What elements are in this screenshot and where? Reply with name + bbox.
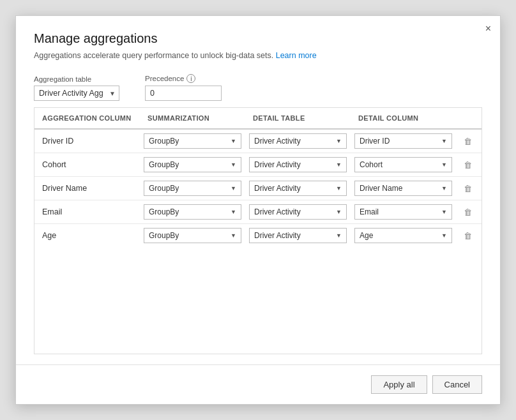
col-header-agg-column: AGGREGATION COLUMN <box>34 108 140 128</box>
delete-row-button[interactable]: 🗑 <box>462 159 473 171</box>
agg-col-cell: Age <box>34 225 140 246</box>
delete-cell: 🗑 <box>456 131 479 151</box>
col-header-detail-table: DETAIL TABLE <box>245 108 351 128</box>
summarization-cell: GroupBySumCountMinMaxAverage▼ <box>140 200 245 223</box>
detail-column-select[interactable]: Driver IDCohortDriver NameEmailAge <box>354 204 452 220</box>
apply-all-button[interactable]: Apply all <box>371 375 427 394</box>
detail-column-cell: Driver IDCohortDriver NameEmailAge▼ <box>351 224 456 247</box>
summarization-select[interactable]: GroupBySumCountMinMaxAverage <box>144 228 241 243</box>
delete-cell: 🗑 <box>456 155 479 175</box>
close-button[interactable]: × <box>485 24 491 34</box>
agg-col-cell: Driver Name <box>34 177 140 199</box>
col-header-summarization: SUMMARIZATION <box>140 108 245 128</box>
precedence-label: Precedence i <box>145 74 222 83</box>
summarization-cell: GroupBySumCountMinMaxAverage▼ <box>140 153 245 176</box>
detail-table-select[interactable]: Driver Activity <box>249 133 347 149</box>
agg-col-cell: Driver ID <box>34 130 140 152</box>
detail-table-select[interactable]: Driver Activity <box>249 157 347 172</box>
table-row: AgeGroupBySumCountMinMaxAverage▼Driver A… <box>34 224 482 247</box>
dialog-header: Manage aggregations Aggregations acceler… <box>16 16 500 66</box>
detail-table-cell: Driver Activity▼ <box>245 224 351 247</box>
detail-column-select[interactable]: Driver IDCohortDriver NameEmailAge <box>354 157 452 172</box>
detail-table-select[interactable]: Driver Activity <box>249 204 347 220</box>
detail-column-cell: Driver IDCohortDriver NameEmailAge▼ <box>351 177 456 200</box>
dialog-subtitle: Aggregations accelerate query performanc… <box>34 51 482 60</box>
summarization-cell: GroupBySumCountMinMaxAverage▼ <box>140 130 245 153</box>
delete-cell: 🗑 <box>456 226 479 246</box>
delete-row-button[interactable]: 🗑 <box>462 183 473 195</box>
aggregations-table: AGGREGATION COLUMN SUMMARIZATION DETAIL … <box>34 107 482 354</box>
agg-col-cell: Email <box>34 201 140 223</box>
table-row: Driver NameGroupBySumCountMinMaxAverage▼… <box>34 177 482 200</box>
agg-table-select[interactable]: Driver Activity Agg <box>34 86 119 101</box>
table-row: EmailGroupBySumCountMinMaxAverage▼Driver… <box>34 200 482 224</box>
precedence-input[interactable] <box>145 86 222 101</box>
detail-column-select[interactable]: Driver IDCohortDriver NameEmailAge <box>354 228 452 243</box>
detail-table-cell: Driver Activity▼ <box>245 200 351 223</box>
detail-column-cell: Driver IDCohortDriver NameEmailAge▼ <box>351 200 456 223</box>
agg-col-cell: Cohort <box>34 154 140 176</box>
summarization-select[interactable]: GroupBySumCountMinMaxAverage <box>144 157 241 172</box>
delete-row-button[interactable]: 🗑 <box>462 230 473 242</box>
detail-table-cell: Driver Activity▼ <box>245 130 351 153</box>
detail-column-cell: Driver IDCohortDriver NameEmailAge▼ <box>351 153 456 176</box>
detail-table-cell: Driver Activity▼ <box>245 177 351 200</box>
dialog-title: Manage aggregations <box>34 31 482 46</box>
detail-table-select[interactable]: Driver Activity <box>249 228 347 243</box>
learn-more-link[interactable]: Learn more <box>276 51 317 60</box>
table-header: AGGREGATION COLUMN SUMMARIZATION DETAIL … <box>34 108 482 130</box>
dialog-footer: Apply all Cancel <box>16 364 500 404</box>
summarization-cell: GroupBySumCountMinMaxAverage▼ <box>140 177 245 200</box>
agg-table-label: Aggregation table <box>34 75 119 83</box>
precedence-group: Precedence i <box>145 74 222 101</box>
cancel-button[interactable]: Cancel <box>432 375 482 394</box>
summarization-cell: GroupBySumCountMinMaxAverage▼ <box>140 224 245 247</box>
controls-row: Aggregation table Driver Activity Agg ▼ … <box>16 66 500 107</box>
info-icon: i <box>186 74 195 83</box>
summarization-select[interactable]: GroupBySumCountMinMaxAverage <box>144 204 241 220</box>
detail-column-select[interactable]: Driver IDCohortDriver NameEmailAge <box>354 181 452 196</box>
delete-row-button[interactable]: 🗑 <box>462 206 473 218</box>
table-row: Driver IDGroupBySumCountMinMaxAverage▼Dr… <box>34 130 482 153</box>
col-header-detail-column: DETAIL COLUMN <box>351 108 456 128</box>
manage-aggregations-dialog: × Manage aggregations Aggregations accel… <box>15 15 501 405</box>
col-header-action <box>456 108 479 128</box>
table-row: CohortGroupBySumCountMinMaxAverage▼Drive… <box>34 153 482 177</box>
summarization-select[interactable]: GroupBySumCountMinMaxAverage <box>144 181 241 196</box>
summarization-select[interactable]: GroupBySumCountMinMaxAverage <box>144 133 241 149</box>
detail-table-cell: Driver Activity▼ <box>245 153 351 176</box>
detail-table-select[interactable]: Driver Activity <box>249 181 347 196</box>
detail-column-select[interactable]: Driver IDCohortDriver NameEmailAge <box>354 133 452 149</box>
table-body: Driver IDGroupBySumCountMinMaxAverage▼Dr… <box>34 130 482 354</box>
delete-cell: 🗑 <box>456 202 479 222</box>
delete-cell: 🗑 <box>456 179 479 199</box>
agg-table-select-wrapper: Driver Activity Agg ▼ <box>34 86 119 101</box>
agg-table-group: Aggregation table Driver Activity Agg ▼ <box>34 75 119 101</box>
delete-row-button[interactable]: 🗑 <box>462 135 473 147</box>
detail-column-cell: Driver IDCohortDriver NameEmailAge▼ <box>351 130 456 153</box>
